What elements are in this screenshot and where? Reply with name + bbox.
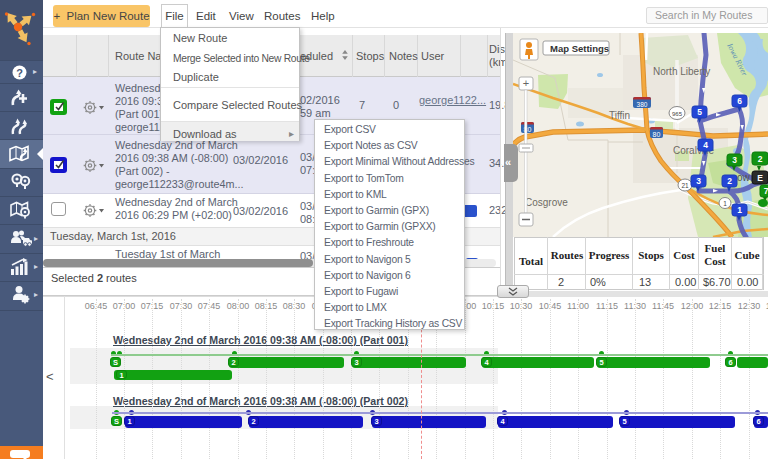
svg-text:1: 1 [723,200,727,207]
svg-text:80: 80 [653,131,661,138]
svg-text:21: 21 [681,182,689,189]
svg-text:6: 6 [737,96,742,106]
svg-text:North Liberty: North Liberty [653,66,710,77]
svg-text:3: 3 [696,176,701,186]
svg-text:E: E [757,173,763,183]
svg-text:4: 4 [703,140,708,150]
svg-text:+: + [523,77,529,89]
svg-text:3: 3 [732,155,737,165]
svg-text:1: 1 [737,205,742,215]
svg-text:?: ? [16,67,23,79]
svg-text:Cosgrove: Cosgrove [525,197,568,208]
svg-text:Tiffin: Tiffin [609,110,630,121]
svg-text:380: 380 [637,101,648,108]
svg-text:965: 965 [672,111,683,117]
svg-text:2: 2 [727,176,732,186]
svg-text:2: 2 [758,154,763,164]
svg-text:5: 5 [697,107,702,117]
svg-text:Map Settings: Map Settings [550,43,609,54]
svg-text:ow: ow [737,172,751,183]
svg-text:7: 7 [764,186,768,196]
